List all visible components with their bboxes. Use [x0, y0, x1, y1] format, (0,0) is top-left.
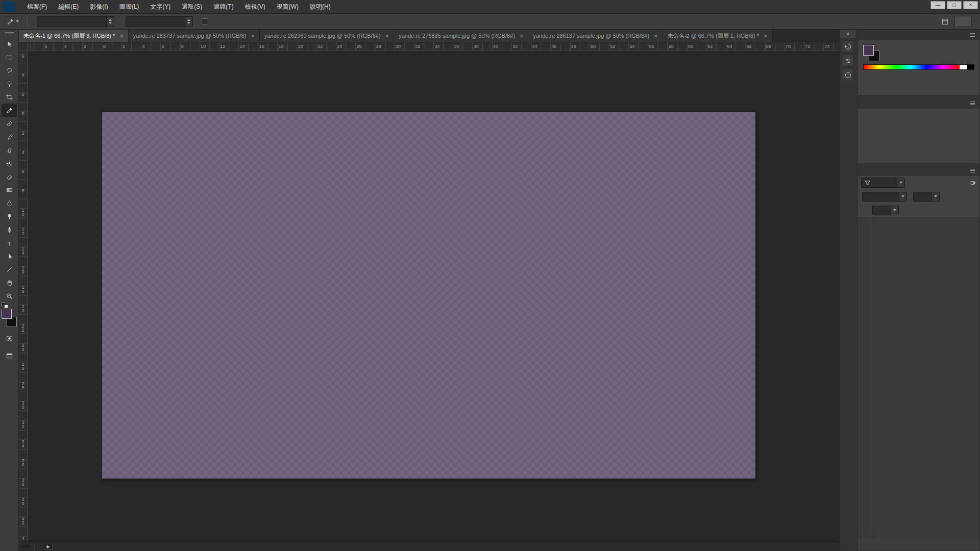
tab-close-icon[interactable]: ×	[520, 33, 524, 39]
spot-healing-brush-tool[interactable]	[2, 117, 17, 130]
hand-tool[interactable]	[2, 276, 17, 289]
opacity-dropdown[interactable]	[913, 192, 940, 202]
layer-filter-row	[858, 176, 979, 189]
eyedropper-tool[interactable]	[2, 104, 17, 117]
menu-item-8[interactable]: 視窗(W)	[271, 0, 304, 13]
type-tool[interactable]: T	[2, 236, 17, 249]
line-tool[interactable]	[2, 263, 17, 276]
hruler-label: 40	[492, 44, 498, 49]
menu-item-0[interactable]: 檔案(F)	[21, 0, 53, 13]
spinner-arrows-icon[interactable]	[106, 17, 114, 27]
fill-dropdown[interactable]	[872, 206, 899, 215]
filter-kind-dropdown[interactable]	[861, 178, 905, 188]
document-area: 6420246810121416182022242628303234363840…	[19, 42, 840, 551]
menu-item-3[interactable]: 圖層(L)	[114, 0, 145, 13]
zoom-level-field[interactable]	[21, 545, 30, 547]
crop-tool[interactable]	[2, 90, 17, 104]
vruler-label: 2	[20, 131, 26, 135]
history-panel-button[interactable]	[842, 40, 854, 53]
quick-selection-tool[interactable]	[2, 77, 17, 90]
document-tab-4[interactable]: yande.re 286137 sample.jpg @ 50% (RGB/8#…	[528, 30, 663, 42]
panel-menu-icon[interactable]	[966, 30, 979, 40]
properties-panel-button[interactable]	[842, 55, 854, 67]
brush-tool[interactable]	[2, 130, 17, 143]
status-flyout-button[interactable]: ▶	[44, 543, 53, 550]
document-tab-3[interactable]: yande.re 276835 sample.jpg @ 50% (RGB/8#…	[394, 30, 528, 42]
tab-close-icon[interactable]: ×	[385, 33, 389, 39]
quick-mask-icon	[6, 335, 13, 342]
document-tab-0[interactable]: 未命名-1 @ 66.7% (圖層 3, RGB/8) *×	[19, 30, 129, 42]
vruler-label: 6	[20, 169, 26, 173]
history-brush-tool[interactable]	[2, 157, 17, 170]
blur-tool[interactable]	[2, 196, 17, 210]
document-tab-2[interactable]: yande.re 262960 sample.jpg @ 50% (RGB/8#…	[260, 30, 394, 42]
default-colors-icon[interactable]	[1, 303, 8, 308]
vruler-label: 2 2	[20, 324, 26, 332]
status-bar: ▶	[19, 541, 840, 551]
dodge-tool[interactable]	[2, 210, 17, 223]
workspace-switcher-button[interactable]	[954, 16, 972, 27]
eraser-tool[interactable]	[2, 170, 17, 183]
sample-size-dropdown[interactable]	[37, 16, 114, 27]
hruler-label: 16	[258, 44, 264, 49]
menu-item-1[interactable]: 編輯(E)	[53, 0, 84, 13]
menu-item-6[interactable]: 濾鏡(T)	[208, 0, 239, 13]
screen-mode-button[interactable]	[2, 349, 17, 362]
tab-close-icon[interactable]: ×	[764, 33, 768, 39]
lasso-tool[interactable]	[2, 64, 17, 77]
panel-menu-icon[interactable]	[966, 98, 979, 109]
clone-stamp-tool[interactable]	[2, 143, 17, 157]
expand-panels-button[interactable]: «	[840, 30, 855, 38]
rectangular-marquee-tool[interactable]	[2, 51, 17, 64]
tab-close-icon[interactable]: ×	[251, 33, 255, 39]
menu-item-9[interactable]: 說明(H)	[304, 0, 336, 13]
sample-dropdown[interactable]	[126, 16, 193, 27]
filter-toggle-icon[interactable]	[969, 179, 976, 187]
info-panel-button[interactable]	[842, 69, 854, 81]
workspace-grid-icon[interactable]	[939, 16, 951, 27]
ruler-corner[interactable]	[19, 42, 28, 51]
options-bar	[0, 14, 980, 30]
document-tab-5[interactable]: 未命名-2 @ 66.7% (圖層 1, RGB/8) *×	[663, 30, 773, 42]
tab-title: yande.re 283737 sample.jpg @ 50% (RGB/8)	[133, 33, 247, 39]
hruler-label: 4	[141, 44, 144, 49]
path-selection-tool[interactable]	[2, 249, 17, 263]
spinner-arrows-icon[interactable]	[185, 17, 192, 27]
layers-panel-tabs	[858, 165, 979, 176]
vertical-ruler[interactable]: 642024681 01 21 41 61 82 02 22 42 62 83 …	[19, 51, 28, 541]
pen-tool[interactable]	[2, 223, 17, 236]
hruler-label: 12	[219, 44, 225, 49]
menu-item-4[interactable]: 文字(Y)	[144, 0, 176, 13]
document-tab-1[interactable]: yande.re 283737 sample.jpg @ 50% (RGB/8)…	[129, 30, 260, 42]
tab-close-icon[interactable]: ×	[654, 33, 658, 39]
blend-mode-dropdown[interactable]	[862, 192, 907, 202]
hruler-label: 62	[706, 44, 713, 49]
zoom-tool[interactable]	[2, 289, 17, 303]
chevron-down-icon	[899, 192, 906, 201]
show-sampling-ring-checkbox[interactable]	[202, 18, 208, 25]
foreground-color-swatch[interactable]	[863, 45, 874, 56]
horizontal-ruler[interactable]: 6420246810121416182022242628303234363840…	[28, 42, 840, 51]
move-tool[interactable]	[2, 37, 17, 51]
color-spectrum-ramp[interactable]	[863, 64, 974, 70]
adjustments-panel-tabs	[858, 98, 979, 109]
tab-close-icon[interactable]: ×	[119, 33, 124, 39]
panel-menu-icon[interactable]	[966, 165, 979, 176]
quick-mask-button[interactable]	[2, 332, 17, 344]
info-panel-icon	[844, 71, 852, 79]
tool-preset-picker[interactable]	[4, 16, 21, 27]
canvas[interactable]	[102, 112, 755, 479]
panel-grip[interactable]	[5, 32, 14, 34]
hruler-label: 66	[746, 44, 752, 49]
menu-item-5[interactable]: 選取(S)	[176, 0, 208, 13]
gradient-tool[interactable]	[2, 183, 17, 196]
menu-item-2[interactable]: 影像(I)	[84, 0, 113, 13]
foreground-color-swatch[interactable]	[2, 309, 12, 319]
tab-title: yande.re 276835 sample.jpg @ 50% (RGB/8#…	[399, 33, 515, 39]
menu-item-7[interactable]: 檢視(V)	[239, 0, 271, 13]
close-button[interactable]: ×	[963, 1, 978, 9]
restore-button[interactable]: □	[947, 1, 962, 9]
filter-funnel-icon	[864, 179, 871, 187]
minimize-button[interactable]: —	[930, 1, 945, 9]
menu-bar: 檔案(F)編輯(E)影像(I)圖層(L)文字(Y)選取(S)濾鏡(T)檢視(V)…	[0, 0, 980, 14]
